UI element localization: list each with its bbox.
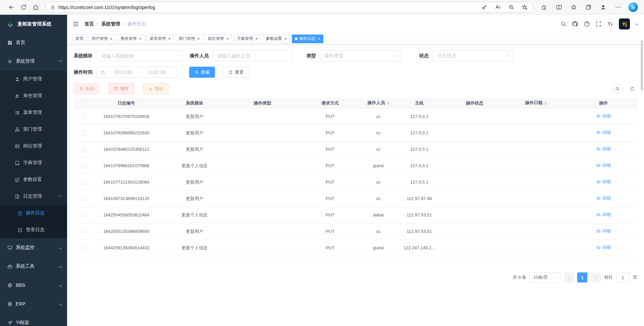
prev-page-button[interactable] — [564, 272, 574, 282]
module-input[interactable] — [97, 50, 182, 61]
select-all-checkbox[interactable] — [81, 101, 86, 106]
address-bar[interactable]: https://ccnetcore.com:1101/system/log/op… — [45, 2, 534, 13]
collections-icon[interactable] — [584, 3, 593, 12]
sidebar-item-erp[interactable]: ERP — [0, 295, 67, 313]
sidebar-item-login-log[interactable]: 登录日志 — [0, 221, 67, 238]
sidebar-item-dict-mgmt[interactable]: 字典管理 — [0, 154, 67, 171]
breadcrumb-home[interactable]: 首页 — [85, 21, 94, 27]
refresh-table-button[interactable] — [627, 84, 637, 94]
tab-user-mgmt[interactable]: 用户管理× — [89, 35, 116, 43]
goto-page-input[interactable] — [616, 272, 630, 283]
sort-caret-icon[interactable] — [544, 100, 547, 106]
favorites-icon[interactable] — [569, 3, 578, 12]
detail-link[interactable]: 详细 — [596, 146, 611, 152]
date-range-picker[interactable]: 开始日期 - 结束日期 — [97, 67, 176, 78]
sidebar-item-user-mgmt[interactable]: 用户管理 — [0, 71, 67, 87]
tab-oper-log[interactable]: 操作日志× — [292, 35, 323, 43]
zoom-out-icon[interactable] — [507, 3, 515, 11]
profile-avatar-icon[interactable] — [599, 3, 607, 12]
sidebar-item-role-mgmt[interactable]: 角色管理 — [0, 87, 67, 104]
breadcrumb-system[interactable]: 系统管理 — [101, 21, 120, 27]
row-checkbox[interactable] — [81, 131, 86, 135]
show-search-button[interactable] — [612, 84, 623, 94]
tab-post-mgmt[interactable]: 岗位管理× — [205, 35, 232, 43]
url-text: https://ccnetcore.com:1101/system/log/op… — [58, 5, 155, 10]
tab-param-settings[interactable]: 参数设置× — [263, 35, 290, 43]
column-header-date[interactable]: 操作日期 — [502, 98, 570, 108]
export-button[interactable]: 导出 — [143, 83, 169, 94]
tab-close-icon[interactable]: × — [110, 37, 113, 41]
sidebar-item-post-mgmt[interactable]: 岗位管理 — [0, 138, 67, 154]
clear-button[interactable]: 清空 — [108, 83, 134, 94]
sidebar-item-dept-mgmt[interactable]: 部门管理 — [0, 121, 67, 138]
row-checkbox[interactable] — [81, 213, 86, 217]
sort-caret-icon[interactable] — [387, 100, 389, 106]
sidebar-item-oper-log[interactable]: 操作日志 — [0, 205, 67, 221]
sidebar-item-home[interactable]: 首页 — [0, 33, 67, 52]
status-select[interactable]: 日志状态 — [433, 50, 513, 61]
sidebar-item-bbs[interactable]: BBS — [0, 276, 67, 295]
font-size-icon[interactable] — [607, 21, 613, 27]
fullscreen-icon[interactable] — [595, 21, 602, 27]
search-button[interactable]: 搜索 — [189, 67, 215, 78]
detail-link[interactable]: 详细 — [596, 179, 611, 185]
browser-home-button[interactable] — [30, 2, 42, 13]
row-checkbox[interactable] — [81, 164, 86, 168]
operator-input[interactable] — [213, 50, 293, 61]
split-screen-icon[interactable] — [554, 3, 563, 12]
sidebar-item-log-mgmt[interactable]: 日志管理 — [0, 188, 67, 205]
tab-close-icon[interactable]: × — [318, 37, 320, 41]
column-header-operator[interactable]: 操作人员 — [365, 98, 392, 108]
settings-menu-icon[interactable] — [613, 3, 622, 12]
tab-dept-mgmt[interactable]: 部门管理× — [176, 35, 203, 43]
hamburger-icon[interactable] — [72, 21, 79, 27]
sidebar-item-system-tools[interactable]: 系统工具 — [0, 257, 67, 276]
copilot-icon[interactable] — [628, 2, 638, 12]
add-favorite-icon[interactable] — [521, 3, 529, 11]
password-key-icon[interactable] — [480, 3, 488, 11]
read-aloud-icon[interactable] — [494, 3, 502, 11]
tab-menu-mgmt[interactable]: 菜单管理× — [147, 35, 174, 43]
search-icon[interactable] — [560, 21, 567, 27]
detail-link[interactable]: 详细 — [596, 212, 611, 218]
detail-link[interactable]: 详细 — [596, 228, 611, 234]
delete-button[interactable]: 删除 — [74, 83, 100, 94]
row-checkbox[interactable] — [81, 229, 86, 234]
page-size-select[interactable]: 10条/页 — [530, 272, 560, 283]
user-avatar[interactable]: Yj — [619, 18, 630, 29]
browser-refresh-button[interactable] — [17, 2, 30, 13]
detail-link[interactable]: 详细 — [596, 245, 611, 251]
detail-link[interactable]: 详细 — [596, 130, 611, 136]
page-scrollbar[interactable] — [641, 40, 643, 90]
row-checkbox[interactable] — [81, 180, 86, 185]
tab-close-icon[interactable]: × — [197, 37, 200, 41]
tab-close-icon[interactable]: × — [226, 37, 229, 41]
sidebar-item-system-monitor[interactable]: 系统监控 — [0, 238, 67, 257]
type-select[interactable]: 操作类型 — [320, 50, 400, 61]
next-page-button[interactable] — [591, 272, 601, 282]
detail-link[interactable]: 详细 — [596, 113, 611, 119]
sidebar-item-param-settings[interactable]: 参数设置 — [0, 171, 67, 188]
tab-home[interactable]: 首页 — [72, 35, 87, 43]
current-page[interactable]: 1 — [577, 272, 587, 282]
tab-close-icon[interactable]: × — [139, 37, 142, 41]
github-icon[interactable] — [572, 21, 578, 27]
tab-role-mgmt[interactable]: 角色管理× — [118, 35, 145, 43]
row-checkbox[interactable] — [81, 196, 86, 201]
sidebar-item-system-mgmt[interactable]: 系统管理 — [0, 52, 67, 71]
help-icon[interactable] — [584, 21, 590, 27]
tab-close-icon[interactable]: × — [284, 37, 287, 41]
tab-close-icon[interactable]: × — [255, 37, 258, 41]
reset-button[interactable]: 重置 — [223, 67, 249, 78]
sidebar-item-yi-framework[interactable]: Yi框架 — [0, 313, 67, 326]
browser-back-button[interactable] — [5, 2, 17, 13]
tab-dict-mgmt[interactable]: 字典管理× — [234, 35, 261, 43]
detail-link[interactable]: 详细 — [596, 162, 611, 169]
row-checkbox[interactable] — [81, 147, 86, 152]
row-checkbox[interactable] — [81, 114, 86, 119]
row-checkbox[interactable] — [81, 246, 86, 250]
extensions-icon[interactable] — [540, 3, 548, 12]
sidebar-item-menu-mgmt[interactable]: 菜单管理 — [0, 104, 67, 121]
detail-link[interactable]: 详细 — [596, 195, 611, 201]
tab-close-icon[interactable]: × — [168, 37, 171, 41]
